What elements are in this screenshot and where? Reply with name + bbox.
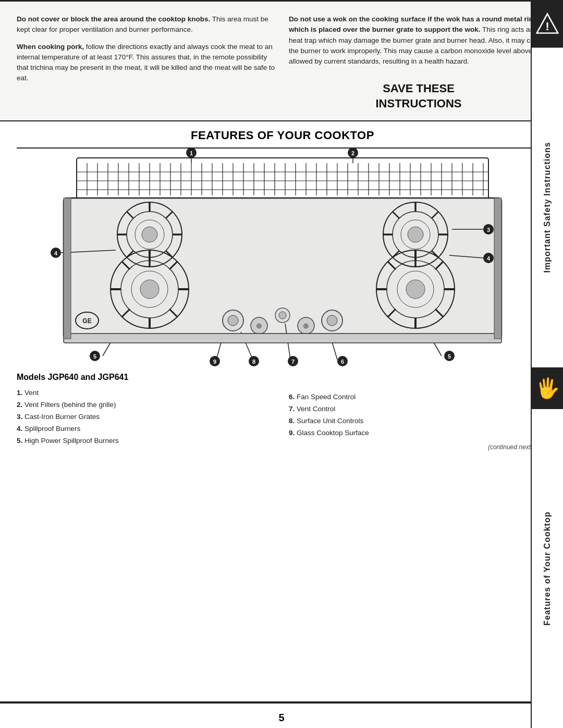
warning-knobs-bold: Do not cover or block the area around th… [17, 15, 210, 23]
features-section: FEATURES OF YOUR COOKTOP [0, 121, 563, 701]
features-title: FEATURES OF YOUR COOKTOP [17, 121, 548, 149]
list-item: 2. Vent Filters (behind the grille) [17, 399, 276, 411]
models-left: Models JGP640 and JGP641 1. Vent 2. Vent… [17, 373, 276, 451]
svg-rect-0 [77, 158, 488, 200]
sidebar-label-safety: Important Safety Instructions [532, 47, 563, 367]
svg-text:🖐: 🖐 [536, 376, 559, 400]
sidebar-warning-box: ! [532, 0, 563, 47]
svg-text:1: 1 [190, 150, 193, 156]
svg-text:4: 4 [487, 255, 491, 262]
page-number: 5 [0, 702, 563, 728]
save-instructions: SAVE THESE INSTRUCTIONS [289, 81, 548, 111]
svg-text:!: ! [545, 19, 549, 33]
list-item: 1. Vent [17, 387, 276, 399]
cooktop-diagram: ⊕ ⊕ GE 1 2 [17, 149, 548, 367]
svg-text:2: 2 [351, 150, 354, 156]
top-warning-section: Do not cover or block the area around th… [0, 2, 563, 121]
warning-triangle-icon: ! [536, 12, 559, 35]
svg-text:4: 4 [54, 250, 58, 256]
list-item: 8. Surface Unit Controls [289, 415, 548, 427]
svg-point-71 [406, 280, 425, 299]
hand-icon: 🖐 [536, 375, 559, 401]
svg-rect-138 [64, 198, 71, 339]
svg-text:⊕: ⊕ [256, 322, 262, 330]
svg-text:7: 7 [291, 359, 295, 365]
continued-text: (continued next page) [289, 443, 548, 451]
left-warnings: Do not cover or block the area around th… [17, 14, 276, 111]
warning-pork-bold: When cooking pork, [17, 43, 84, 51]
svg-point-93 [228, 315, 238, 326]
svg-point-101 [279, 312, 286, 319]
warning-knobs: Do not cover or block the area around th… [17, 14, 276, 35]
svg-point-83 [408, 227, 423, 242]
sidebar-hand-icon: 🖐 [532, 367, 563, 409]
svg-text:9: 9 [213, 359, 216, 365]
svg-point-47 [140, 280, 159, 299]
warning-pork: When cooking pork, follow the directions… [17, 42, 276, 84]
list-item: 5. High Power Spillproof Burners [17, 435, 276, 447]
svg-rect-139 [494, 198, 501, 339]
models-right: 6. Fan Speed Control 7. Vent Control 8. … [289, 373, 548, 451]
svg-rect-137 [64, 334, 501, 343]
svg-text:5: 5 [448, 353, 451, 360]
svg-point-95 [327, 315, 337, 326]
right-warnings: Do not use a wok on the cooking surface … [289, 14, 548, 111]
svg-text:⊕: ⊕ [303, 322, 309, 330]
warning-wok: Do not use a wok on the cooking surface … [289, 14, 548, 67]
svg-point-59 [142, 227, 157, 242]
list-item: 6. Fan Speed Control [289, 391, 548, 403]
svg-text:GE: GE [82, 317, 91, 325]
feature-list-left: 1. Vent 2. Vent Filters (behind the gril… [17, 387, 276, 447]
diagram-svg: ⊕ ⊕ GE 1 2 [17, 149, 548, 367]
list-item: 9. Glass Cooktop Surface [289, 427, 548, 439]
svg-text:5: 5 [93, 353, 96, 360]
models-section: Models JGP640 and JGP641 1. Vent 2. Vent… [17, 373, 548, 451]
save-title: SAVE THESE INSTRUCTIONS [289, 81, 548, 111]
sidebar: ! Important Safety Instructions 🖐 Featur… [531, 0, 563, 728]
svg-text:6: 6 [341, 359, 344, 365]
sidebar-label-features: Features of Your Cooktop [532, 409, 563, 729]
list-item: 3. Cast-Iron Burner Grates [17, 411, 276, 423]
list-item: 7. Vent Control [289, 403, 548, 415]
list-item: 4. Spillproof Burners [17, 423, 276, 435]
feature-list-right: 6. Fan Speed Control 7. Vent Control 8. … [289, 391, 548, 439]
models-title: Models JGP640 and JGP641 [17, 373, 276, 382]
svg-text:3: 3 [487, 227, 490, 233]
